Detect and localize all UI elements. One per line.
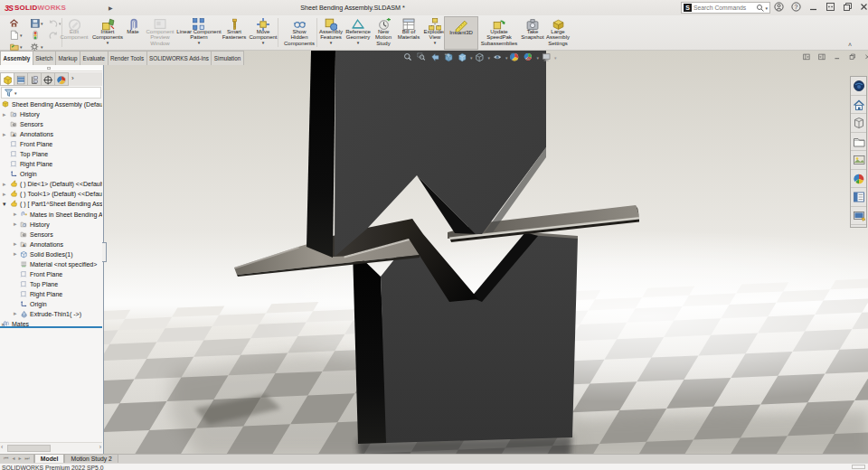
ribbon-button-show-hidden[interactable]: Show Hidden Components [280,16,318,50]
tab-simulation[interactable]: Simulation [211,51,243,65]
scroll-right-arrow[interactable]: › [99,444,101,450]
hud-previous-view-button[interactable] [430,52,441,63]
tree-row-origin[interactable]: Origin [0,299,102,309]
tree-item-label[interactable]: Sheet Bending Assembly (Default) <D [12,101,102,108]
ribbon-button-update-speedpak[interactable]: Update SpeedPak Subassemblies [476,16,523,50]
expand-arrow-icon[interactable]: ▸ [3,131,6,138]
tree-item-label[interactable]: Annotations [20,131,53,137]
hud-zoom-to-area-button[interactable] [417,52,428,63]
hud-display-style-button[interactable] [475,52,486,63]
tree-row--die-1-default-default-d[interactable]: ▸( ) Die<1> (Default) <<Default>_D [0,180,102,190]
hud-zoom-to-fit-button[interactable] [403,52,414,63]
ribbon-button-edit-component[interactable]: Edit Component [57,16,92,50]
expand-arrow-icon[interactable]: ▸ [14,240,17,248]
taskpane-resources-home-tab[interactable] [851,96,866,115]
login-icon[interactable] [773,2,785,14]
tree-row-right-plane[interactable]: Right Plane [0,289,102,299]
tab-sketch[interactable]: Sketch [33,51,56,65]
taskpane-forum-tab[interactable] [851,207,866,226]
panel-tab-display-manager[interactable] [54,72,69,86]
tab-assembly[interactable]: Assembly [0,51,33,65]
pane-left-button[interactable] [803,53,812,62]
panel-tab-configurations[interactable] [27,72,42,86]
tree-end-split-line[interactable] [0,326,102,328]
hud-edit-appearance-button[interactable] [510,52,521,63]
tree-item-label[interactable]: Mates in Sheet Bending Asse [30,212,102,218]
new-doc-button[interactable]: ▾ [9,30,23,40]
scrollbar-thumb[interactable] [7,445,51,452]
home-button[interactable] [9,18,19,28]
hud-apply-scene-button[interactable] [524,52,534,63]
doc-minimize-button[interactable] [834,53,843,62]
hud-dropdown-arrow[interactable]: ▾ [488,55,491,61]
expand-arrow-icon[interactable]: ▸ [14,221,17,228]
tree-row-history[interactable]: ▸History [0,220,102,230]
tree-item-label[interactable]: Right Plane [20,161,52,167]
panel-tabs-overflow[interactable]: › [68,72,74,86]
panel-tab-propertymanager[interactable] [14,72,28,86]
tree-item-label[interactable]: ( ) Die<1> (Default) <<Default>_D [20,181,102,187]
ribbon-collapse-chevron[interactable]: ˄ [848,42,852,48]
tree-row-front-plane[interactable]: Front Plane [0,140,102,150]
scroll-left-arrow[interactable]: ‹ [1,444,3,450]
tree-item-label[interactable]: Origin [30,301,47,307]
hud-section-view-button[interactable] [444,52,455,63]
tree-row-front-plane[interactable]: Front Plane [0,269,102,279]
hud-dropdown-arrow[interactable]: ▾ [470,55,473,61]
panel-tab-featuremanager[interactable] [0,72,14,86]
tab-render-tools[interactable]: Render Tools [108,51,147,65]
tree-row-mates[interactable]: ▸Mates [0,320,102,330]
expand-arrow-icon[interactable]: ▸ [3,191,6,198]
hud-dropdown-arrow[interactable]: ▾ [554,55,557,61]
tree-row-sensors[interactable]: Sensors [0,120,102,130]
hud-hide-show-items-button[interactable] [493,52,504,63]
expand-arrow-icon[interactable]: ▸ [3,111,6,118]
tree-row-top-plane[interactable]: Top Plane [0,279,102,289]
doc-close-button[interactable] [864,53,868,62]
tree-item-label[interactable]: Front Plane [20,141,52,147]
dropdown-arrow[interactable]: ▾ [41,44,43,50]
dropdown-arrow[interactable]: ▾ [20,33,23,38]
tab-scroll-arrow[interactable]: ⏮ [2,455,10,463]
tree-item-label[interactable]: History [30,221,50,228]
panel-horizontal-scrollbar[interactable]: ‹ › [0,442,102,452]
taskpane-view-palette-tab[interactable] [851,151,866,170]
filter-dropdown-arrow[interactable]: ▾ [14,90,17,96]
tree-item-label[interactable]: ( ) Tool<1> (Default) <<Default>_ [20,191,102,197]
taskpane-3dexperience-tab[interactable] [851,77,866,96]
tree-item-label[interactable]: Solid Bodies(1) [30,251,72,258]
expand-arrow-icon[interactable]: ▸ [14,250,17,258]
collapse-arrow-icon[interactable]: ▾ [3,201,6,208]
dropdown-arrow[interactable]: ▾ [41,21,43,26]
punch-left-face[interactable] [307,51,335,258]
ribbon-button-instant3d[interactable]: Instant3D [444,16,479,50]
panel-collapse-handle[interactable] [102,242,107,262]
tree-row-history[interactable]: ▸History [0,110,102,120]
tree-row-origin[interactable]: Origin [0,170,102,180]
tree-row-material-not-specified-[interactable]: Material <not specified> [0,259,102,269]
hud-dropdown-arrow[interactable]: ▾ [537,55,540,61]
search-dropdown-arrow[interactable]: ▾ [765,5,768,11]
search-input[interactable] [693,5,756,11]
tree-item-label[interactable]: ( ) [ Part1^Sheet Bending Assem [20,201,102,207]
tree-filter-row[interactable]: ▾ [1,87,101,99]
tree-row--part1-sheet-bending-assem[interactable]: ▾( ) [ Part1^Sheet Bending Assem [0,200,102,210]
status-tag-box[interactable] [852,465,865,469]
close-button[interactable] [858,2,868,14]
tree-item-label[interactable]: Material <not specified> [30,261,97,268]
expand-arrow-icon[interactable]: ▸ [3,181,6,188]
panel-top-splitter[interactable] [0,65,102,71]
tree-item-label[interactable]: Right Plane [30,291,62,297]
search-icon[interactable] [756,4,765,13]
hud-view-settings-button[interactable] [542,52,552,63]
pane-right-button[interactable] [818,53,827,62]
tab-evaluate[interactable]: Evaluate [80,51,108,65]
tree-row-sensors[interactable]: Sensors [0,230,102,240]
hud-dropdown-arrow[interactable]: ▾ [505,55,508,61]
tree-item-label[interactable]: Extrude-Thin1( ->) [30,311,81,317]
tree-row-extrude-thin1-[interactable]: ▸Extrude-Thin1( ->) [0,309,102,319]
menu-expand-arrow[interactable]: ▶ [108,5,113,11]
tree-row-top-plane[interactable]: Top Plane [0,150,102,160]
taskpane-appearances-tab[interactable] [851,170,866,189]
tab-scroll-arrow[interactable]: ⏭ [23,455,31,463]
